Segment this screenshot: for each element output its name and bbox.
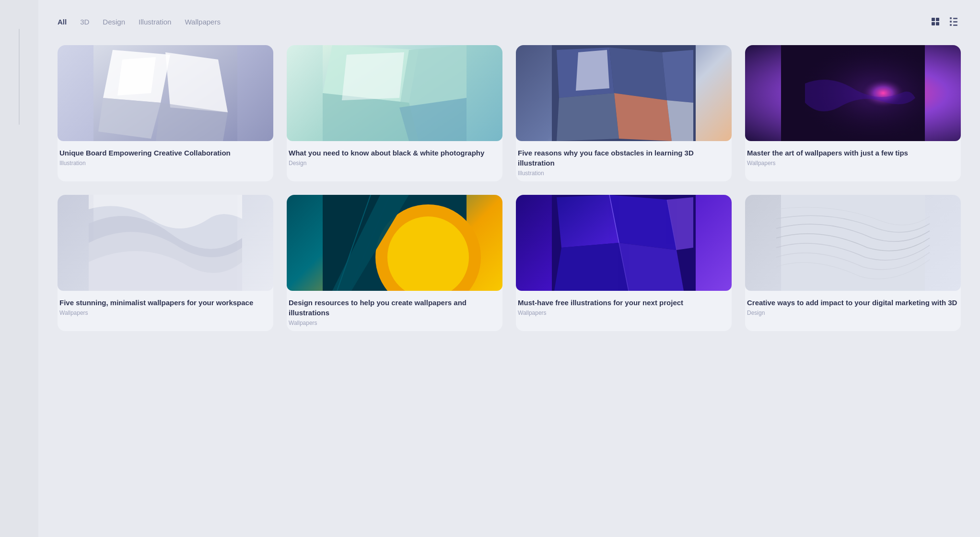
view-toggles [928,14,961,29]
card-card-7[interactable]: Must-have free illustrations for your ne… [516,195,732,331]
svg-marker-8 [399,45,467,107]
card-image [745,45,961,141]
card-category: Wallpapers [518,310,730,316]
card-title: Five reasons why you face obstacles in l… [518,148,730,168]
nav-tab-wallpapers[interactable]: Wallpapers [185,18,220,26]
card-category: Design [289,160,501,167]
card-category: Wallpapers [747,160,959,167]
card-title: What you need to know about black & whit… [289,148,501,158]
sidebar [0,0,38,537]
grid-view-button[interactable] [928,14,943,29]
svg-marker-2 [165,52,228,112]
svg-marker-36 [619,243,684,291]
nav-bar: All 3D Design Illustration Wallpapers [58,10,961,34]
card-info: Unique Board Empowering Creative Collabo… [58,141,273,171]
card-info: Must-have free illustrations for your ne… [516,291,732,321]
card-title: Must-have free illustrations for your ne… [518,298,730,308]
card-image [287,45,502,141]
list-view-button[interactable] [946,14,961,29]
card-info: Five reasons why you face obstacles in l… [516,141,732,181]
sidebar-decoration [19,29,20,125]
nav-tab-illustration[interactable]: Illustration [139,18,171,26]
svg-marker-17 [614,93,672,141]
nav-tab-3d[interactable]: 3D [80,18,89,26]
svg-marker-3 [98,98,161,139]
main-content: All 3D Design Illustration Wallpapers [38,0,980,537]
card-card-5[interactable]: Five stunning, minimalist wallpapers for… [58,195,273,331]
card-card-2[interactable]: What you need to know about black & whit… [287,45,502,181]
card-image [287,195,502,291]
card-category: Wallpapers [289,320,501,326]
card-title: Master the art of wallpapers with just a… [747,148,959,158]
card-category: Illustration [518,170,730,177]
card-card-1[interactable]: Unique Board Empowering Creative Collabo… [58,45,273,181]
card-image [745,195,961,291]
grid-icon [932,18,939,25]
list-icon [950,18,957,25]
svg-marker-35 [554,243,629,291]
svg-marker-14 [609,48,667,100]
card-info: Master the art of wallpapers with just a… [745,141,961,171]
card-title: Creative ways to add impact to your digi… [747,298,959,308]
card-category: Design [747,310,959,316]
cards-grid: Unique Board Empowering Creative Collabo… [58,45,961,331]
card-title: Five stunning, minimalist wallpapers for… [59,298,271,308]
card-image [58,45,273,141]
nav-tabs: All 3D Design Illustration Wallpapers [58,18,221,26]
card-category: Wallpapers [59,310,271,316]
card-card-3[interactable]: Five reasons why you face obstacles in l… [516,45,732,181]
nav-tab-design[interactable]: Design [103,18,125,26]
card-info: What you need to know about black & whit… [287,141,502,171]
card-category: Illustration [59,160,271,167]
card-info: Creative ways to add impact to your digi… [745,291,961,321]
svg-marker-33 [609,195,677,250]
svg-marker-5 [117,57,156,95]
card-info: Five stunning, minimalist wallpapers for… [58,291,273,321]
card-info: Design resources to help you create wall… [287,291,502,331]
card-image [58,195,273,291]
card-title: Design resources to help you create wall… [289,298,501,318]
card-card-4[interactable]: Master the art of wallpapers with just a… [745,45,961,181]
card-card-6[interactable]: Design resources to help you create wall… [287,195,502,331]
card-title: Unique Board Empowering Creative Collabo… [59,148,271,158]
svg-marker-32 [557,195,619,248]
svg-marker-11 [342,52,404,100]
card-image [516,45,732,141]
nav-tab-all[interactable]: All [58,18,67,26]
card-card-8[interactable]: Creative ways to add impact to your digi… [745,195,961,331]
svg-marker-15 [662,50,693,103]
svg-rect-40 [781,195,925,291]
svg-marker-16 [557,93,619,141]
svg-marker-19 [576,50,609,91]
card-image [516,195,732,291]
